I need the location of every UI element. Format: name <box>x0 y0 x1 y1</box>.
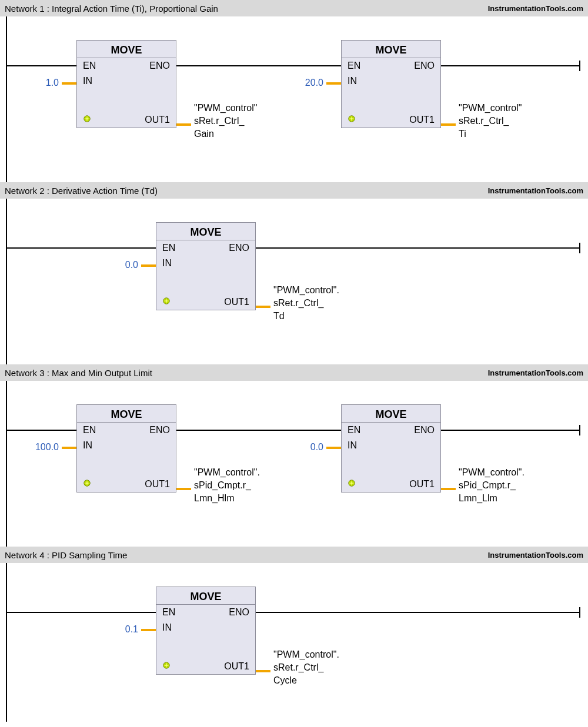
star-icon <box>348 115 356 123</box>
network-body: MOVE EN ENO IN OUT1 1.0 "PWM_control" sR… <box>0 16 588 182</box>
rung-wire <box>441 65 579 66</box>
star-icon <box>348 479 356 487</box>
watermark: InstrumentationTools.com <box>488 551 583 560</box>
network-4: Network 4 : PID Sampling Time Instrument… <box>0 547 588 722</box>
rung-wire <box>6 612 156 613</box>
in-wire <box>326 447 341 449</box>
out-wire <box>176 488 191 490</box>
network-3: Network 3 : Max and Min Output Limit Ins… <box>0 364 588 547</box>
in-label: IN <box>83 76 92 86</box>
out-label: OUT1 <box>224 661 249 672</box>
rung-terminator <box>579 607 580 618</box>
in-wire <box>141 264 156 267</box>
eno-label: ENO <box>414 425 435 435</box>
move-block: MOVE EN ENO IN OUT1 <box>341 404 441 493</box>
out-wire <box>256 306 270 308</box>
out-wire <box>256 670 270 672</box>
network-title: Network 4 : PID Sampling Time <box>5 550 127 560</box>
in-wire <box>326 82 341 85</box>
block-type: MOVE <box>342 405 440 423</box>
watermark: InstrumentationTools.com <box>488 368 583 377</box>
rung-wire <box>256 247 579 249</box>
watermark: InstrumentationTools.com <box>488 186 583 195</box>
out-wire <box>441 123 456 126</box>
in-label: IN <box>162 258 172 269</box>
network-header: Network 3 : Max and Min Output Limit Ins… <box>0 364 588 381</box>
out-value: "PWM_control". sPid_Cmpt.r_ Lmn_Llm <box>459 466 524 505</box>
in-label: IN <box>83 440 92 451</box>
out-wire <box>441 488 456 490</box>
eno-label: ENO <box>229 243 249 253</box>
out-wire <box>176 123 191 126</box>
block-type: MOVE <box>77 405 176 423</box>
in-wire <box>141 629 156 631</box>
power-rail-left <box>6 381 7 547</box>
en-label: EN <box>348 61 360 71</box>
out-label: OUT1 <box>145 479 170 490</box>
rung-terminator <box>579 425 580 435</box>
move-block: MOVE EN ENO IN OUT1 <box>76 40 176 128</box>
in-label: IN <box>348 76 357 86</box>
block-type: MOVE <box>156 223 255 240</box>
eno-label: ENO <box>229 607 249 618</box>
rung-wire <box>6 247 156 249</box>
en-label: EN <box>162 243 175 253</box>
star-icon <box>83 115 91 123</box>
power-rail-left <box>6 16 7 182</box>
power-rail-left <box>6 563 7 722</box>
network-body: MOVE EN ENO IN OUT1 100.0 "PWM_control".… <box>0 381 588 547</box>
rung-terminator <box>579 61 580 71</box>
network-header: Network 1 : Integral Action Time (Ti), P… <box>0 0 588 16</box>
network-1: Network 1 : Integral Action Time (Ti), P… <box>0 0 588 182</box>
in-value: 0.1 <box>109 624 138 635</box>
move-block: MOVE EN ENO IN OUT1 <box>76 404 176 493</box>
move-block: MOVE EN ENO IN OUT1 <box>341 40 441 128</box>
in-label: IN <box>348 440 357 451</box>
block-type: MOVE <box>342 41 440 58</box>
star-icon <box>162 661 171 669</box>
rung-wire <box>6 65 76 66</box>
out-label: OUT1 <box>224 297 249 307</box>
eno-label: ENO <box>149 425 170 435</box>
network-title: Network 2 : Derivative Action Time (Td) <box>5 186 158 196</box>
rung-wire <box>256 612 579 613</box>
rung-terminator <box>579 243 580 253</box>
network-header: Network 4 : PID Sampling Time Instrument… <box>0 547 588 563</box>
network-body: MOVE EN ENO IN OUT1 0.0 "PWM_control". s… <box>0 199 588 364</box>
move-block: MOVE EN ENO IN OUT1 <box>156 222 256 310</box>
out-value: "PWM_control" sRet.r_Ctrl_ Ti <box>459 102 522 140</box>
block-type: MOVE <box>77 41 176 58</box>
power-rail-left <box>6 199 7 364</box>
in-value: 20.0 <box>294 78 323 88</box>
rung-wire <box>6 430 76 431</box>
out-value: "PWM_control". sRet.r_Ctrl_ Td <box>273 284 339 323</box>
en-label: EN <box>83 61 96 71</box>
in-wire <box>62 447 76 449</box>
out-value: "PWM_control". sPid_Cmpt.r_ Lmn_Hlm <box>194 466 260 505</box>
rung-wire <box>441 430 579 431</box>
star-icon <box>83 479 91 487</box>
move-block: MOVE EN ENO IN OUT1 <box>156 587 256 675</box>
star-icon <box>162 297 171 305</box>
network-body: MOVE EN ENO IN OUT1 0.1 "PWM_control". s… <box>0 563 588 722</box>
in-label: IN <box>162 622 172 633</box>
out-value: "PWM_control". sRet.r_Ctrl_ Cycle <box>273 648 339 687</box>
network-title: Network 1 : Integral Action Time (Ti), P… <box>5 4 218 14</box>
out-label: OUT1 <box>409 479 435 490</box>
out-label: OUT1 <box>145 115 170 125</box>
out-label: OUT1 <box>409 115 435 125</box>
network-2: Network 2 : Derivative Action Time (Td) … <box>0 182 588 364</box>
out-value: "PWM_control" sRet.r_Ctrl_ Gain <box>194 102 257 140</box>
in-value: 0.0 <box>294 442 323 453</box>
network-title: Network 3 : Max and Min Output Limit <box>5 368 152 378</box>
in-value: 0.0 <box>109 260 138 270</box>
rung-wire <box>176 430 341 431</box>
watermark: InstrumentationTools.com <box>488 4 583 13</box>
block-type: MOVE <box>156 587 255 605</box>
in-wire <box>62 82 76 85</box>
en-label: EN <box>83 425 96 435</box>
rung-wire <box>176 65 341 66</box>
en-label: EN <box>162 607 175 618</box>
in-value: 100.0 <box>24 442 59 453</box>
eno-label: ENO <box>149 61 170 71</box>
